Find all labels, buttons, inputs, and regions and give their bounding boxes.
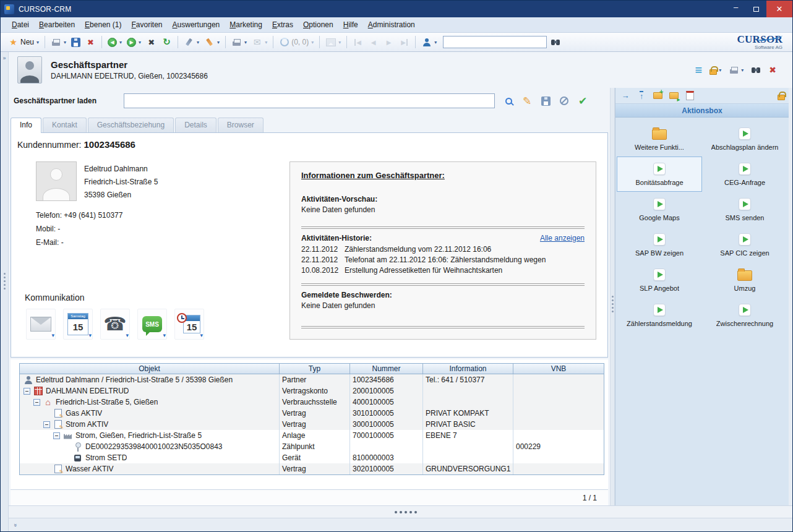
search-button[interactable] [501, 93, 516, 109]
table-row[interactable]: Gas AKTIVVertrag3010100005PRIVAT KOMPAKT [20, 408, 604, 419]
new-button[interactable]: Neu▾ [6, 36, 41, 49]
history-item[interactable]: 22.11.2012Zählerstandsmeldung vom 22.11.… [301, 244, 585, 255]
table-row[interactable]: Edeltrud Dahlmann / Friedrich-List-Straß… [20, 374, 604, 385]
person-search-icon [421, 37, 432, 48]
table-row[interactable]: Wasser AKTIVVertrag3020100005GRUNDVERSOR… [20, 463, 604, 474]
action-zwischenrechnung[interactable]: Zwischenrechnung [702, 298, 787, 333]
menu-item-datei[interactable]: Datei [7, 19, 34, 31]
expander-icon[interactable] [53, 432, 60, 439]
close-button[interactable]: ✕ [766, 1, 792, 17]
history-item[interactable]: 10.08.2012Erstellung Adressetiketten für… [301, 265, 585, 276]
print-record-button[interactable]: ▾ [729, 65, 744, 75]
action-google-maps[interactable]: Google Maps [617, 192, 702, 227]
appointment-button[interactable]: 15▾ [174, 309, 204, 340]
left-collapse-strip[interactable]: » [1, 52, 9, 531]
loader-input[interactable] [124, 93, 495, 108]
action-sms-senden[interactable]: SMS senden [702, 192, 787, 227]
calendar-small-button[interactable] [684, 90, 696, 102]
menu-item-ebenen-1[interactable]: Ebenen (1) [80, 19, 126, 31]
confirm-button[interactable]: ✔ [575, 93, 590, 109]
collapse-chevron-icon[interactable]: » [12, 523, 19, 526]
person-search-button[interactable]: ▾ [419, 36, 439, 49]
print-button[interactable]: ▾ [49, 36, 68, 49]
left-splitter-grip[interactable] [4, 273, 6, 275]
maximize-button[interactable] [746, 1, 766, 17]
menu-item-extras[interactable]: Extras [267, 19, 298, 31]
action-z-hlerstandsmeldung[interactable]: Zählerstandsmeldung [617, 298, 702, 333]
action-sap-bw-zeigen[interactable]: SAP BW zeigen [617, 227, 702, 262]
history-item[interactable]: 22.11.2012Telefonat am 22.11.2012 16:06:… [301, 255, 585, 265]
column-header-information[interactable]: Information [423, 364, 513, 374]
action-bonit-tsabfrage[interactable]: Bonitätsabfrage [617, 157, 702, 192]
vertical-splitter[interactable] [610, 88, 615, 505]
action-slp-angebot[interactable]: SLP Angebot [617, 262, 702, 298]
table-row[interactable]: DE00022935398400010023N5035O0843Zählpunk… [20, 441, 604, 452]
cleanup-button[interactable]: ▾ [202, 36, 221, 49]
menu-item-marketing[interactable]: Marketing [225, 19, 267, 31]
forward-button[interactable]: ▾ [125, 36, 143, 48]
minimize-button[interactable]: – [726, 1, 746, 17]
sms-button[interactable]: SMS▾ [137, 309, 167, 340]
menu-item-bearbeiten[interactable]: Bearbeiten [34, 19, 80, 31]
column-header-nummer[interactable]: Nummer [350, 364, 423, 374]
expander-icon[interactable] [33, 399, 40, 406]
menu-item-hilfe[interactable]: Hilfe [338, 19, 363, 31]
expander-icon[interactable] [43, 421, 50, 428]
menu-item-favoriten[interactable]: Favoriten [126, 19, 167, 31]
action-ceg-anfrage[interactable]: CEG-Anfrage [702, 157, 787, 192]
menu-item-administration[interactable]: Administration [363, 19, 420, 31]
save-button[interactable] [69, 36, 82, 48]
tab-browser[interactable]: Browser [218, 118, 264, 132]
nav-in-button[interactable] [619, 90, 632, 102]
play-icon [653, 198, 666, 210]
back-button[interactable]: ▾ [106, 36, 124, 48]
column-header-vnb[interactable]: VNB [513, 364, 604, 374]
tab-kontakt[interactable]: Kontakt [43, 118, 87, 132]
cancel-button[interactable] [144, 36, 158, 49]
action-weitere-funkti[interactable]: Weitere Funkti... [617, 121, 702, 157]
action-abschlagsplan-ndern[interactable]: Abschlagsplan ändern [702, 121, 787, 157]
save-record-button[interactable] [538, 93, 553, 109]
expand-chevron-icon[interactable]: » [2, 55, 6, 61]
column-header-typ[interactable]: Typ [280, 364, 350, 374]
list-menu-button[interactable]: ≡ [695, 66, 703, 74]
menu-item-auswertungen[interactable]: Auswertungen [168, 19, 225, 31]
splitter-grip[interactable] [612, 296, 614, 298]
edit-button[interactable]: ✎ [520, 93, 534, 109]
table-header: ObjektTypNummerInformationVNB [20, 364, 604, 374]
nav-up-button[interactable] [635, 90, 648, 102]
toolbar-search-input[interactable] [443, 36, 547, 48]
folder-add-button[interactable] [651, 90, 664, 102]
phone-button[interactable]: ☎▾ [100, 309, 130, 340]
menu-item-optionen[interactable]: Optionen [298, 19, 338, 31]
list-menu-icon: ≡ [695, 66, 703, 74]
lock-button[interactable]: ▾ [709, 66, 721, 75]
bottom-splitter[interactable] [9, 505, 792, 518]
table-row[interactable]: Strom, Gießen, Friedrich-List-Straße 5An… [20, 430, 604, 441]
print-list-button[interactable]: ▾ [229, 36, 249, 49]
tab-details[interactable]: Details [175, 118, 216, 132]
column-header-objekt[interactable]: Objekt [20, 364, 280, 374]
action-sap-cic-zeigen[interactable]: SAP CIC zeigen [702, 227, 787, 262]
folder-run-button[interactable] [667, 90, 680, 102]
delete-button[interactable] [84, 36, 98, 49]
table-row[interactable]: DAHLMANN EDELTRUDVertragskonto2000100005 [20, 385, 604, 397]
show-all-link[interactable]: Alle anzeigen [540, 234, 585, 242]
table-row[interactable]: Friedrich-List-Straße 5, GießenVerbrauch… [20, 397, 604, 408]
calendar-button[interactable]: Samstag15▾ [63, 309, 93, 340]
actionbox-lock-button[interactable] [778, 91, 785, 100]
search-record-button[interactable] [751, 65, 761, 75]
refresh-button[interactable] [160, 36, 174, 49]
tab-info[interactable]: Info [11, 118, 41, 133]
action-umzug[interactable]: Umzug [702, 262, 787, 298]
tab-gesch-ftsbeziehung[interactable]: Geschäftsbeziehung [88, 118, 174, 132]
table-row[interactable]: Strom SETDGerät8100000003 [20, 452, 604, 463]
tools-button[interactable]: ▾ [182, 36, 201, 49]
bottom-splitter-grip[interactable] [395, 511, 397, 513]
table-row[interactable]: Strom AKTIVVertrag3000100005PRIVAT BASIC [20, 419, 604, 430]
close-record-button[interactable]: ✖ [769, 65, 776, 75]
expander-icon[interactable] [24, 388, 30, 395]
cancel-edit-button[interactable] [557, 93, 572, 109]
binoculars-icon[interactable] [551, 37, 561, 48]
email-button[interactable]: ▾ [26, 309, 56, 340]
